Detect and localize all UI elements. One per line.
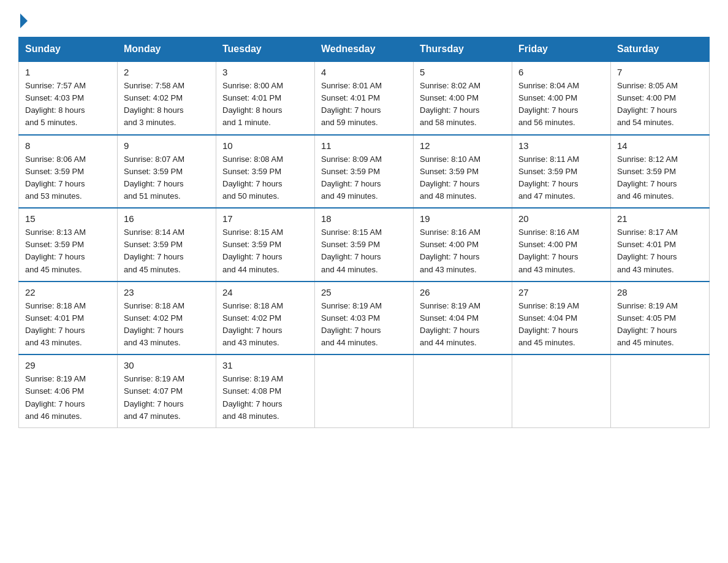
calendar-cell: 18Sunrise: 8:15 AMSunset: 3:59 PMDayligh… bbox=[315, 208, 414, 282]
day-info: Sunrise: 8:11 AMSunset: 3:59 PMDaylight:… bbox=[518, 153, 604, 203]
logo-arrow-icon bbox=[20, 13, 28, 28]
calendar-cell bbox=[512, 354, 611, 427]
day-number: 2 bbox=[124, 67, 210, 77]
day-number: 14 bbox=[617, 140, 703, 151]
day-info: Sunrise: 7:57 AMSunset: 4:03 PMDaylight:… bbox=[25, 80, 111, 129]
day-info: Sunrise: 8:10 AMSunset: 3:59 PMDaylight:… bbox=[420, 153, 506, 203]
day-info: Sunrise: 8:08 AMSunset: 3:59 PMDaylight:… bbox=[222, 153, 308, 203]
day-number: 24 bbox=[222, 287, 308, 297]
day-number: 6 bbox=[518, 67, 604, 77]
calendar-week-row: 29Sunrise: 8:19 AMSunset: 4:06 PMDayligh… bbox=[19, 354, 710, 427]
calendar-cell: 6Sunrise: 8:04 AMSunset: 4:00 PMDaylight… bbox=[512, 61, 611, 135]
calendar-cell: 9Sunrise: 8:07 AMSunset: 3:59 PMDaylight… bbox=[118, 135, 216, 209]
calendar-cell: 4Sunrise: 8:01 AMSunset: 4:01 PMDaylight… bbox=[315, 61, 414, 135]
weekday-header-thursday: Thursday bbox=[414, 37, 512, 62]
day-number: 4 bbox=[321, 67, 407, 77]
calendar-cell: 16Sunrise: 8:14 AMSunset: 3:59 PMDayligh… bbox=[118, 208, 216, 282]
calendar-cell: 17Sunrise: 8:15 AMSunset: 3:59 PMDayligh… bbox=[216, 208, 315, 282]
calendar-cell: 14Sunrise: 8:12 AMSunset: 3:59 PMDayligh… bbox=[611, 135, 710, 209]
calendar-cell: 11Sunrise: 8:09 AMSunset: 3:59 PMDayligh… bbox=[315, 135, 414, 209]
day-info: Sunrise: 8:18 AMSunset: 4:01 PMDaylight:… bbox=[25, 300, 111, 350]
day-info: Sunrise: 8:14 AMSunset: 3:59 PMDaylight:… bbox=[124, 226, 210, 276]
day-info: Sunrise: 8:19 AMSunset: 4:08 PMDaylight:… bbox=[222, 373, 308, 423]
weekday-header-friday: Friday bbox=[512, 37, 611, 62]
calendar-cell: 3Sunrise: 8:00 AMSunset: 4:01 PMDaylight… bbox=[216, 61, 315, 135]
calendar-cell: 21Sunrise: 8:17 AMSunset: 4:01 PMDayligh… bbox=[611, 208, 710, 282]
day-info: Sunrise: 8:17 AMSunset: 4:01 PMDaylight:… bbox=[617, 226, 703, 276]
day-number: 16 bbox=[124, 213, 210, 224]
calendar-cell: 20Sunrise: 8:16 AMSunset: 4:00 PMDayligh… bbox=[512, 208, 611, 282]
day-number: 25 bbox=[321, 287, 407, 297]
calendar-cell: 12Sunrise: 8:10 AMSunset: 3:59 PMDayligh… bbox=[414, 135, 512, 209]
day-info: Sunrise: 8:16 AMSunset: 4:00 PMDaylight:… bbox=[518, 226, 604, 276]
day-info: Sunrise: 8:19 AMSunset: 4:04 PMDaylight:… bbox=[518, 300, 604, 350]
day-number: 7 bbox=[617, 67, 703, 77]
calendar-cell: 19Sunrise: 8:16 AMSunset: 4:00 PMDayligh… bbox=[414, 208, 512, 282]
day-number: 9 bbox=[124, 140, 210, 151]
calendar-cell: 5Sunrise: 8:02 AMSunset: 4:00 PMDaylight… bbox=[414, 61, 512, 135]
day-info: Sunrise: 8:18 AMSunset: 4:02 PMDaylight:… bbox=[124, 300, 210, 350]
calendar-cell: 8Sunrise: 8:06 AMSunset: 3:59 PMDaylight… bbox=[19, 135, 118, 209]
day-info: Sunrise: 8:19 AMSunset: 4:03 PMDaylight:… bbox=[321, 300, 407, 350]
weekday-header-sunday: Sunday bbox=[19, 37, 118, 62]
calendar-cell: 7Sunrise: 8:05 AMSunset: 4:00 PMDaylight… bbox=[611, 61, 710, 135]
day-number: 30 bbox=[124, 360, 210, 370]
day-number: 5 bbox=[420, 67, 506, 77]
page-header bbox=[18, 12, 710, 26]
day-number: 20 bbox=[518, 213, 604, 224]
day-number: 3 bbox=[222, 67, 308, 77]
day-number: 13 bbox=[518, 140, 604, 151]
day-info: Sunrise: 7:58 AMSunset: 4:02 PMDaylight:… bbox=[124, 80, 210, 129]
calendar-table: SundayMondayTuesdayWednesdayThursdayFrid… bbox=[18, 37, 710, 428]
day-number: 26 bbox=[420, 287, 506, 297]
day-info: Sunrise: 8:09 AMSunset: 3:59 PMDaylight:… bbox=[321, 153, 407, 203]
calendar-cell: 29Sunrise: 8:19 AMSunset: 4:06 PMDayligh… bbox=[19, 354, 118, 427]
calendar-cell: 2Sunrise: 7:58 AMSunset: 4:02 PMDaylight… bbox=[118, 61, 216, 135]
calendar-cell: 15Sunrise: 8:13 AMSunset: 3:59 PMDayligh… bbox=[19, 208, 118, 282]
calendar-week-row: 15Sunrise: 8:13 AMSunset: 3:59 PMDayligh… bbox=[19, 208, 710, 282]
weekday-header-tuesday: Tuesday bbox=[216, 37, 315, 62]
calendar-cell: 13Sunrise: 8:11 AMSunset: 3:59 PMDayligh… bbox=[512, 135, 611, 209]
day-number: 21 bbox=[617, 213, 703, 224]
weekday-header-saturday: Saturday bbox=[611, 37, 710, 62]
calendar-cell bbox=[315, 354, 414, 427]
calendar-cell: 24Sunrise: 8:18 AMSunset: 4:02 PMDayligh… bbox=[216, 282, 315, 355]
day-number: 22 bbox=[25, 287, 111, 297]
day-number: 1 bbox=[25, 67, 111, 77]
calendar-cell: 22Sunrise: 8:18 AMSunset: 4:01 PMDayligh… bbox=[19, 282, 118, 355]
calendar-cell: 26Sunrise: 8:19 AMSunset: 4:04 PMDayligh… bbox=[414, 282, 512, 355]
day-number: 23 bbox=[124, 287, 210, 297]
day-info: Sunrise: 8:06 AMSunset: 3:59 PMDaylight:… bbox=[25, 153, 111, 203]
day-number: 10 bbox=[222, 140, 308, 151]
day-info: Sunrise: 8:18 AMSunset: 4:02 PMDaylight:… bbox=[222, 300, 308, 350]
calendar-cell: 28Sunrise: 8:19 AMSunset: 4:05 PMDayligh… bbox=[611, 282, 710, 355]
calendar-cell: 23Sunrise: 8:18 AMSunset: 4:02 PMDayligh… bbox=[118, 282, 216, 355]
calendar-cell: 25Sunrise: 8:19 AMSunset: 4:03 PMDayligh… bbox=[315, 282, 414, 355]
day-number: 15 bbox=[25, 213, 111, 224]
calendar-body: 1Sunrise: 7:57 AMSunset: 4:03 PMDaylight… bbox=[19, 61, 710, 427]
day-info: Sunrise: 8:15 AMSunset: 3:59 PMDaylight:… bbox=[321, 226, 407, 276]
weekday-header-row: SundayMondayTuesdayWednesdayThursdayFrid… bbox=[19, 37, 710, 62]
calendar-cell: 27Sunrise: 8:19 AMSunset: 4:04 PMDayligh… bbox=[512, 282, 611, 355]
day-number: 31 bbox=[222, 360, 308, 370]
calendar-cell: 31Sunrise: 8:19 AMSunset: 4:08 PMDayligh… bbox=[216, 354, 315, 427]
day-info: Sunrise: 8:15 AMSunset: 3:59 PMDaylight:… bbox=[222, 226, 308, 276]
day-info: Sunrise: 8:12 AMSunset: 3:59 PMDaylight:… bbox=[617, 153, 703, 203]
calendar-week-row: 22Sunrise: 8:18 AMSunset: 4:01 PMDayligh… bbox=[19, 282, 710, 355]
day-number: 27 bbox=[518, 287, 604, 297]
day-info: Sunrise: 8:02 AMSunset: 4:00 PMDaylight:… bbox=[420, 80, 506, 129]
day-number: 11 bbox=[321, 140, 407, 151]
day-info: Sunrise: 8:04 AMSunset: 4:00 PMDaylight:… bbox=[518, 80, 604, 129]
calendar-cell bbox=[611, 354, 710, 427]
day-number: 28 bbox=[617, 287, 703, 297]
day-number: 12 bbox=[420, 140, 506, 151]
day-number: 8 bbox=[25, 140, 111, 151]
day-number: 19 bbox=[420, 213, 506, 224]
day-info: Sunrise: 8:19 AMSunset: 4:05 PMDaylight:… bbox=[617, 300, 703, 350]
weekday-header-monday: Monday bbox=[118, 37, 216, 62]
logo bbox=[18, 12, 28, 26]
day-number: 17 bbox=[222, 213, 308, 224]
calendar-cell: 1Sunrise: 7:57 AMSunset: 4:03 PMDaylight… bbox=[19, 61, 118, 135]
calendar-cell: 30Sunrise: 8:19 AMSunset: 4:07 PMDayligh… bbox=[118, 354, 216, 427]
weekday-header-wednesday: Wednesday bbox=[315, 37, 414, 62]
